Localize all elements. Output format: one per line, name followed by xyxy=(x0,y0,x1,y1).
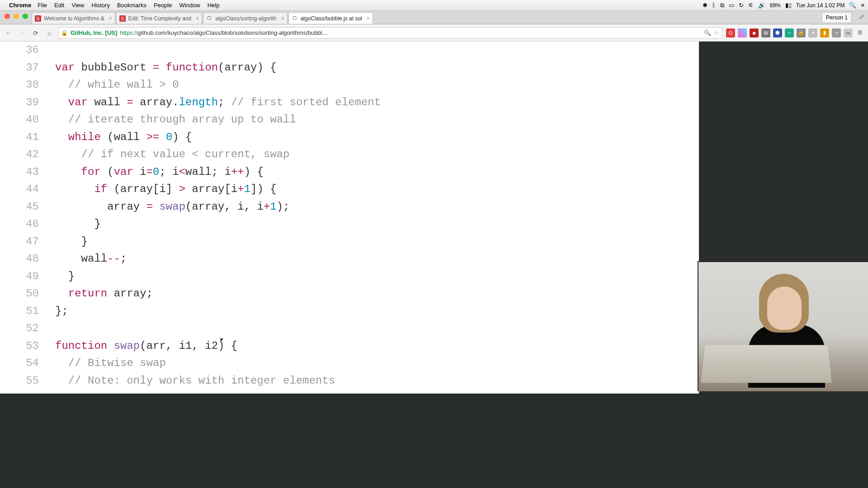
ext-icon-2[interactable] xyxy=(738,28,747,38)
code-content[interactable]: var bubbleSort = function(array) { // wh… xyxy=(47,42,381,389)
ext-icon-10[interactable]: ＋ xyxy=(832,28,841,38)
code-line[interactable] xyxy=(55,320,381,338)
ext-icon-8[interactable]: ✶ xyxy=(808,28,817,38)
browser-tab[interactable]: SWelcome to Algorithms &× xyxy=(32,12,115,24)
ext-icon-6[interactable]: ～ xyxy=(785,28,794,38)
ext-icon-9[interactable]: ▮ xyxy=(820,28,829,38)
line-number: 43 xyxy=(0,164,39,181)
window-close-button[interactable] xyxy=(5,14,10,19)
code-line[interactable]: } xyxy=(55,233,381,251)
menubar-clock[interactable]: Tue Jun 14 1:02 PM xyxy=(796,2,845,9)
tab-close-icon[interactable]: × xyxy=(281,15,284,22)
code-line[interactable]: // iterate through array up to wall xyxy=(55,111,381,129)
code-line[interactable]: var wall = array.length; // first sorted… xyxy=(55,94,381,112)
line-number: 49 xyxy=(0,268,39,286)
menu-window[interactable]: Window xyxy=(179,2,200,9)
menu-file[interactable]: File xyxy=(38,2,47,9)
menu-history[interactable]: History xyxy=(91,2,109,9)
tab-close-icon[interactable]: × xyxy=(367,15,370,22)
display-icon[interactable]: ▭ xyxy=(729,2,734,9)
menu-view[interactable]: View xyxy=(71,2,84,9)
browser-tab[interactable]: ⎔algoClass/sorting-algorith× xyxy=(203,12,287,24)
window-zoom-button[interactable] xyxy=(23,14,28,19)
address-bar[interactable]: 🔒 GitHub, Inc. [US] https://github.com/k… xyxy=(58,27,722,39)
code-line[interactable]: array = swap(array, i, i+1); xyxy=(55,198,381,216)
spotlight-icon[interactable]: 🔍 xyxy=(849,2,856,9)
browser-tab[interactable]: ⎔algoClass/bubble.js at sol× xyxy=(288,12,373,24)
line-number: 45 xyxy=(0,198,39,216)
line-number: 44 xyxy=(0,181,39,198)
macos-menubar: Chrome FileEditViewHistoryBookmarksPeopl… xyxy=(0,0,868,11)
ext-icon-7[interactable]: 🔒 xyxy=(797,28,806,38)
menu-bookmarks[interactable]: Bookmarks xyxy=(117,2,146,9)
search-in-page-icon[interactable]: 🔍 xyxy=(704,29,711,36)
window-minimize-button[interactable] xyxy=(14,14,19,19)
menu-help[interactable]: Help xyxy=(208,2,220,9)
code-line[interactable]: return array; xyxy=(55,285,381,303)
menu-edit[interactable]: Edit xyxy=(54,2,64,9)
favicon-slides-icon: S xyxy=(35,15,41,22)
ext-icon-1[interactable]: O xyxy=(726,28,735,38)
tab-close-icon[interactable]: × xyxy=(196,15,199,22)
line-number: 54 xyxy=(0,355,39,372)
code-line[interactable]: // if next value < current, swap xyxy=(55,146,381,164)
line-number: 50 xyxy=(0,285,39,303)
fullscreen-icon[interactable]: ⤢ xyxy=(859,13,864,20)
code-line[interactable]: var bubbleSort = function(array) { xyxy=(55,59,381,77)
notification-center-icon[interactable]: ≡ xyxy=(861,2,864,9)
code-viewport[interactable]: 3637383940414243444546474849505152535455… xyxy=(0,42,699,394)
code-line[interactable]: } xyxy=(55,268,381,286)
code-line[interactable]: if (array[i] > array[i+1]) { xyxy=(55,181,381,198)
back-button[interactable]: ← xyxy=(4,29,14,37)
ext-icon-11[interactable]: m xyxy=(844,28,853,38)
code-line[interactable]: }; xyxy=(55,303,381,320)
code-line[interactable]: // Note: only works with integer element… xyxy=(55,372,381,390)
code-line[interactable]: for (var i=0; i<wall; i++) { xyxy=(55,164,381,181)
tab-title: algoClass/sorting-algorith xyxy=(215,15,276,22)
code-line[interactable]: } xyxy=(55,216,381,233)
lock-icon: 🔒 xyxy=(61,30,68,36)
tab-title: algoClass/bubble.js at sol xyxy=(301,15,362,22)
profile-button[interactable]: Person 1 xyxy=(822,12,852,23)
line-number-gutter: 3637383940414243444546474849505152535455 xyxy=(0,42,47,389)
timemachine-icon[interactable]: ↻ xyxy=(739,2,744,9)
code-line[interactable] xyxy=(55,42,381,59)
code-line[interactable]: // while wall > 0 xyxy=(55,76,381,94)
bookmark-star-icon[interactable]: ☆ xyxy=(714,29,719,36)
line-number: 38 xyxy=(0,76,39,94)
tab-title: Edit: Time Complexity and xyxy=(128,15,191,22)
ev-cert-label: GitHub, Inc. [US] xyxy=(71,29,117,36)
line-number: 47 xyxy=(0,233,39,251)
bluetooth-icon[interactable]: ᛒ xyxy=(712,2,716,9)
home-button[interactable]: ⌂ xyxy=(44,29,54,37)
ext-icon-5[interactable]: ⬢ xyxy=(773,28,782,38)
line-number: 55 xyxy=(0,372,39,390)
menu-people[interactable]: People xyxy=(154,2,172,9)
dropbox-icon[interactable]: ⧉ xyxy=(720,2,724,9)
code-line[interactable]: // Bitwise swap xyxy=(55,355,381,372)
line-number: 51 xyxy=(0,303,39,320)
line-number: 36 xyxy=(0,42,39,59)
tab-close-icon[interactable]: × xyxy=(109,15,112,22)
code-line[interactable]: function swap(arr, i1, i2) { xyxy=(55,338,381,355)
presenter-webcam xyxy=(698,261,868,391)
volume-icon[interactable]: 🔊 xyxy=(758,2,765,9)
wifi-icon[interactable]: ⚟ xyxy=(748,2,754,9)
line-number: 52 xyxy=(0,320,39,338)
chrome-menu-icon[interactable]: ≡ xyxy=(855,28,864,38)
ext-icon-4[interactable]: W xyxy=(761,28,770,38)
menubar-status-area: ✱ ᛒ ⧉ ▭ ↻ ⚟ 🔊 89% ▮▯ Tue Jun 14 1:02 PM … xyxy=(703,2,864,9)
reload-button[interactable]: ⟳ xyxy=(31,29,41,37)
favicon-slides-icon: S xyxy=(119,15,126,22)
battery-icon[interactable]: ▮▯ xyxy=(785,2,792,9)
line-number: 41 xyxy=(0,129,39,146)
forward-button[interactable]: → xyxy=(17,29,27,37)
video-letterbox xyxy=(0,394,579,488)
spotlight-like-icon[interactable]: ✱ xyxy=(703,2,708,9)
app-name[interactable]: Chrome xyxy=(9,2,31,9)
browser-tab[interactable]: SEdit: Time Complexity and× xyxy=(116,12,202,24)
code-line[interactable]: while (wall >= 0) { xyxy=(55,129,381,146)
line-number: 46 xyxy=(0,216,39,233)
ext-icon-3[interactable]: ■ xyxy=(750,28,759,38)
code-line[interactable]: wall--; xyxy=(55,250,381,268)
